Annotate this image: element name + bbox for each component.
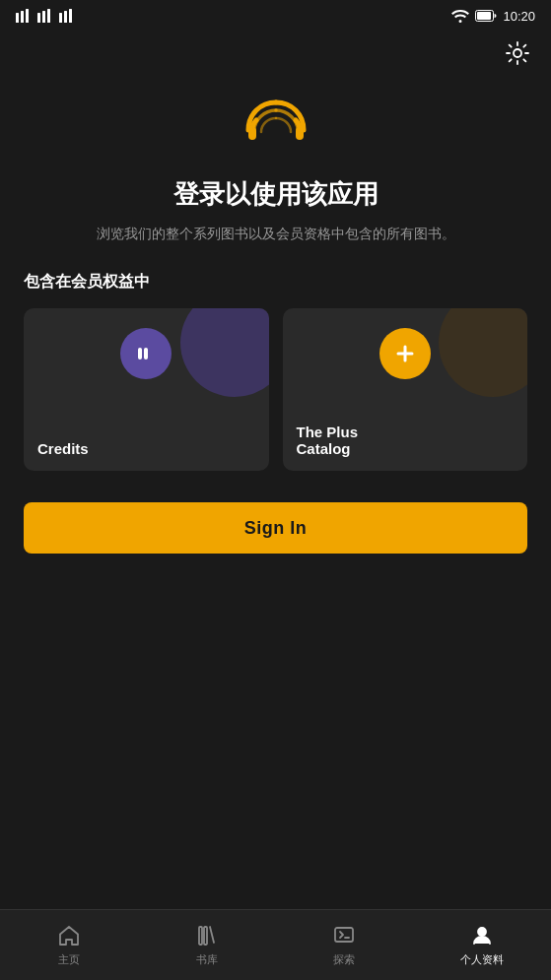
credits-icon bbox=[120, 328, 172, 379]
plus-catalog-card[interactable]: The Plus Catalog bbox=[283, 308, 528, 471]
nav-item-home[interactable]: 主页 bbox=[0, 923, 138, 967]
svg-point-11 bbox=[514, 49, 521, 57]
status-bar: 10:20 bbox=[0, 0, 551, 32]
bottom-nav: 主页 书库 探索 个人资料 bbox=[0, 909, 551, 980]
explore-icon bbox=[331, 923, 357, 948]
nav-item-library[interactable]: 书库 bbox=[138, 923, 276, 967]
svg-rect-0 bbox=[16, 13, 19, 23]
explore-label: 探索 bbox=[333, 952, 355, 967]
svg-rect-8 bbox=[69, 9, 72, 23]
library-icon bbox=[194, 923, 220, 948]
svg-rect-10 bbox=[477, 12, 491, 20]
credits-icon-area bbox=[120, 328, 172, 379]
main-title: 登录以使用该应用 bbox=[173, 177, 379, 212]
cards-row: Credits The Plus Catalog bbox=[24, 308, 527, 471]
svg-rect-14 bbox=[138, 348, 142, 359]
play-icon bbox=[134, 342, 158, 365]
signal-icon-3 bbox=[59, 9, 75, 23]
svg-rect-7 bbox=[64, 11, 67, 23]
plus-icon-area bbox=[379, 328, 431, 379]
svg-rect-18 bbox=[335, 928, 353, 942]
settings-icon[interactable] bbox=[504, 39, 531, 67]
nav-item-profile[interactable]: 个人资料 bbox=[413, 923, 551, 967]
svg-rect-1 bbox=[21, 11, 24, 23]
svg-rect-6 bbox=[59, 13, 62, 23]
svg-rect-4 bbox=[42, 11, 45, 23]
signal-icon-1 bbox=[16, 9, 32, 23]
status-icons-left bbox=[16, 9, 75, 23]
profile-label: 个人资料 bbox=[460, 952, 504, 967]
status-time: 10:20 bbox=[503, 9, 535, 24]
svg-rect-3 bbox=[37, 13, 40, 23]
settings-area bbox=[0, 32, 551, 75]
audible-logo bbox=[241, 95, 311, 150]
logo-area bbox=[241, 95, 311, 154]
svg-point-19 bbox=[478, 928, 486, 936]
credits-label: Credits bbox=[37, 440, 255, 457]
home-label: 主页 bbox=[58, 952, 80, 967]
plus-symbol-icon bbox=[393, 342, 417, 365]
wifi-icon bbox=[451, 9, 469, 23]
svg-rect-5 bbox=[47, 9, 50, 23]
signal-icon-2 bbox=[37, 9, 53, 23]
home-icon bbox=[56, 923, 82, 948]
main-content: 登录以使用该应用 浏览我们的整个系列图书以及会员资格中包含的所有图书。 包含在会… bbox=[0, 75, 551, 554]
library-label: 书库 bbox=[196, 952, 218, 967]
signin-button[interactable]: Sign In bbox=[24, 502, 527, 554]
svg-rect-2 bbox=[26, 9, 29, 23]
plus-label: The Plus Catalog bbox=[297, 424, 515, 457]
svg-rect-16 bbox=[199, 927, 202, 945]
subtitle: 浏览我们的整个系列图书以及会员资格中包含的所有图书。 bbox=[97, 224, 455, 244]
status-icons-right: 10:20 bbox=[451, 9, 535, 24]
profile-icon bbox=[469, 923, 495, 948]
section-label: 包含在会员权益中 bbox=[24, 272, 527, 293]
credits-card[interactable]: Credits bbox=[24, 308, 269, 471]
svg-rect-17 bbox=[204, 927, 207, 945]
svg-rect-15 bbox=[144, 348, 148, 359]
battery-icon bbox=[475, 10, 497, 22]
plus-circle-icon bbox=[379, 328, 431, 379]
nav-item-explore[interactable]: 探索 bbox=[276, 923, 414, 967]
